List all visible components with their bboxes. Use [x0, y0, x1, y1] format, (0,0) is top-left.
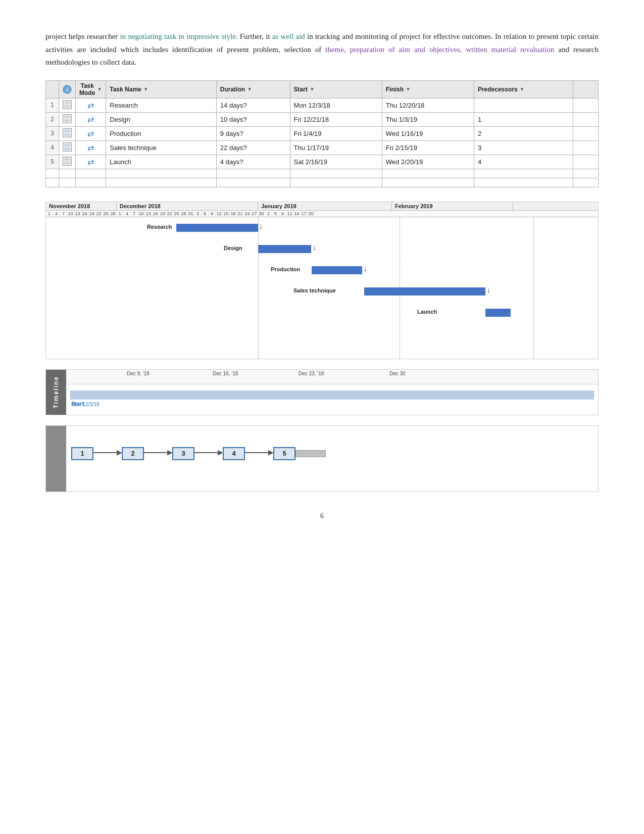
row-icon-cell	[59, 155, 76, 169]
task-mode-icon: ⇄	[87, 101, 94, 110]
task-label-sales: Sales technique	[293, 287, 336, 293]
duration-dropdown-icon[interactable]: ▼	[247, 86, 252, 92]
row-extra	[573, 112, 599, 126]
gantt-day-label: 7	[60, 211, 67, 217]
highlight-negotiating: in negotiating task in impressive style.	[120, 32, 238, 40]
finish-dropdown-icon[interactable]: ▼	[406, 86, 411, 92]
grid-icon	[63, 114, 72, 123]
gantt-day-label: 21	[237, 211, 244, 217]
gantt-day-label: 5	[272, 211, 279, 217]
task-mode-dropdown-icon[interactable]: ▼	[97, 86, 102, 92]
col-duration[interactable]: Duration ▼	[216, 80, 290, 98]
table-empty-row	[46, 178, 599, 187]
gantt-chart: November 2018 December 2018 January 2019…	[45, 202, 599, 359]
row-extra	[573, 126, 599, 140]
date-marker-4: Dec 30	[389, 371, 406, 376]
arrow-3-4-line	[194, 452, 221, 453]
arrow-1-2-line	[93, 452, 120, 453]
gantt-day-label: 28	[110, 211, 117, 217]
start-dropdown-icon[interactable]: ▼	[310, 86, 315, 92]
task-label-launch: Launch	[417, 309, 437, 315]
page-number: 6	[45, 512, 599, 520]
row-number: 4	[46, 140, 59, 155]
row-task-name: Design	[106, 112, 217, 126]
gantt-day-label: 13	[145, 211, 152, 217]
row-number: 1	[46, 98, 59, 112]
gantt-day-label: 22	[166, 211, 173, 217]
gantt-day-label: 1	[46, 211, 53, 217]
col-task-name[interactable]: Task Name ▼	[106, 80, 217, 98]
row-extra	[573, 155, 599, 169]
node-4: 4	[223, 447, 245, 460]
col-start-label: Start	[294, 86, 308, 93]
timeline-sidebar: Timeline	[46, 370, 66, 415]
network-content: 1 ▶ 2 ▶ 3 ▶ 4 ▶ 5	[66, 426, 598, 492]
table-row: 4 ⇄ Sales technique 22 days? Thu 1/17/19…	[46, 140, 599, 155]
row-task-name: Research	[106, 98, 217, 112]
gantt-row-sales: Sales technique ↓	[46, 281, 598, 302]
gantt-day-label: 4	[53, 211, 60, 217]
row-finish: Thu 1/3/19	[382, 112, 474, 126]
col-start[interactable]: Start ▼	[290, 80, 382, 98]
row-icon-cell	[59, 98, 76, 112]
date-marker-1: Dec 9, '18	[127, 371, 150, 376]
row-mode-cell: ⇄	[76, 126, 106, 140]
row-start: Fri 12/21/18	[290, 112, 382, 126]
highlight-aid: as well aid	[272, 32, 305, 40]
col-task-mode[interactable]: TaskMode ▼	[76, 80, 106, 98]
task-bar-launch	[485, 309, 511, 317]
col-finish-label: Finish	[386, 86, 404, 93]
gantt-day-headers: 1471013161922252814710131619222528313691…	[46, 211, 598, 217]
network-sidebar	[46, 426, 66, 492]
task-mode-icon: ⇄	[87, 129, 94, 138]
gantt-row-production: Production ↓	[46, 260, 598, 281]
task-bar-research	[176, 224, 258, 232]
month-dec: December 2018	[117, 202, 258, 210]
arrow-4-5-line	[245, 452, 271, 453]
text-before-highlight1: project helps researcher	[45, 32, 120, 40]
gantt-row-design: Design ↓	[46, 238, 598, 260]
node-3: 3	[172, 447, 194, 460]
task-table: i TaskMode ▼ Task Name ▼ Durati	[45, 80, 599, 187]
col-info: i	[59, 80, 76, 98]
date-marker-3: Dec 23, '18	[299, 371, 324, 376]
row-number: 3	[46, 126, 59, 140]
row-task-name: Production	[106, 126, 217, 140]
gantt-day-label: 19	[88, 211, 95, 217]
highlight-objectives: preparation of aim and objectives, writt…	[350, 45, 555, 54]
row-duration: 4 days?	[216, 155, 290, 169]
row-finish: Thu 12/20/18	[382, 98, 474, 112]
table-row: 1 ⇄ Research 14 days? Mon 12/3/18 Thu 12…	[46, 98, 599, 112]
node-5-bar	[295, 450, 326, 457]
row-finish: Wed 2/20/19	[382, 155, 474, 169]
timeline-section: Timeline Dec 9, '18 Dec 16, '18 Dec 23, …	[45, 369, 599, 415]
gantt-row-launch: Launch	[46, 302, 598, 323]
grid-icon	[63, 100, 72, 109]
gantt-day-label: 31	[187, 211, 194, 217]
col-finish[interactable]: Finish ▼	[382, 80, 474, 98]
timeline-sidebar-label: Timeline	[53, 376, 60, 408]
col-duration-label: Duration	[220, 86, 245, 93]
gantt-day-label: 1	[117, 211, 124, 217]
node-2: 2	[122, 447, 144, 460]
gantt-body: Research ↓ Design ↓ Production ↓ Sales t…	[46, 217, 598, 359]
gantt-day-label: 7	[131, 211, 138, 217]
row-icon-cell	[59, 126, 76, 140]
text-space	[346, 45, 350, 54]
timeline-start-date: Mon 12/3/18	[71, 402, 100, 407]
timeline-bar-area: Start Mon 12/3/18	[66, 384, 598, 415]
gantt-day-label: 27	[251, 211, 258, 217]
task-name-dropdown-icon[interactable]: ▼	[143, 86, 148, 92]
pred-dropdown-icon[interactable]: ▼	[520, 86, 525, 92]
row-finish: Wed 1/16/19	[382, 126, 474, 140]
gantt-day-label: 3	[194, 211, 202, 217]
row-mode-cell: ⇄	[76, 98, 106, 112]
gantt-day-label: 9	[209, 211, 216, 217]
table-row: 2 ⇄ Design 10 days? Fri 12/21/18 Thu 1/3…	[46, 112, 599, 126]
col-task-name-label: Task Name	[110, 86, 141, 93]
gantt-day-label: 18	[230, 211, 237, 217]
month-feb: February 2019	[392, 202, 513, 210]
col-predecessors[interactable]: Predecessors ▼	[474, 80, 573, 98]
row-start: Fri 1/4/19	[290, 126, 382, 140]
gantt-day-label: 15	[223, 211, 230, 217]
